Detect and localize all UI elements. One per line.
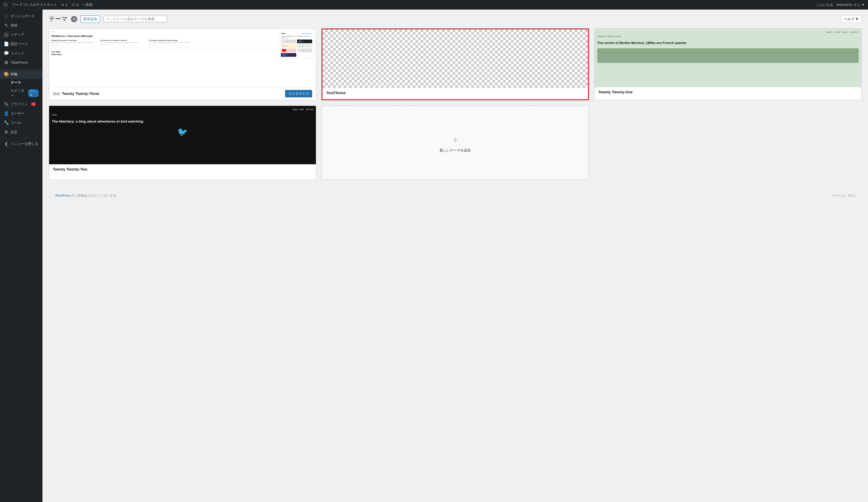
admin-bar-right: こんにちは、testuser01 さん ▼ — [816, 2, 865, 7]
collapse-icon: ❮ — [4, 141, 9, 146]
tt1-theme-name: Twenty Twenty-One — [598, 90, 633, 94]
sidebar-subitem-editor[interactable]: エディター ベータ — [0, 87, 42, 100]
settings-icon: ⚙ — [4, 129, 9, 135]
testtheme-name: TestTheme — [326, 91, 345, 95]
tt2-theme-name: Twenty Twenty-Two — [53, 167, 87, 171]
theme-card-tt1[interactable]: ABOUTWORKBLOGCONTACT TWENTY TWENTY-ONE T… — [594, 28, 862, 100]
tt1-preview: ABOUTWORKBLOGCONTACT TWENTY TWENTY-ONE T… — [595, 29, 861, 87]
sidebar-item-settings[interactable]: ⚙ 設定 — [0, 127, 42, 137]
sidebar-item-media[interactable]: 🎥 メディア — [0, 30, 42, 39]
theme-card-add-new[interactable]: ＋ 新しいテーマを追加 — [321, 106, 589, 180]
pages-icon: 📄 — [4, 41, 9, 46]
testtheme-info: TestTheme — [322, 88, 588, 98]
admin-bar-left: ☉ ワードプレスのテストサイト ↻ 1 🗨 0 + 新規 — [3, 2, 812, 8]
version-text: バージョン 6.1.1 — [831, 194, 855, 198]
media-icon: 🎥 — [4, 32, 9, 37]
themes-grid: TT3 About Books All Posts Mindblown: a b… — [49, 28, 862, 180]
user-greeting[interactable]: こんにちは、testuser01 さん ▼ — [816, 2, 865, 7]
testtheme-preview — [322, 30, 588, 88]
footer: WordPress のご利用ありがとうございます。 バージョン 6.1.1 — [49, 190, 862, 201]
comments-icon: 🗨 — [72, 3, 75, 7]
tt3-preview: TT3 About Books All Posts Mindblown: a b… — [49, 29, 316, 87]
appearance-icon: 🎨 — [4, 72, 9, 77]
theme-card-tt3[interactable]: TT3 About Books All Posts Mindblown: a b… — [49, 28, 316, 100]
theme-count-badge: 4 — [71, 16, 77, 22]
footer-text: のご利用ありがとうございます。 — [72, 194, 120, 197]
add-new-icon: ＋ — [451, 133, 460, 146]
comments-item[interactable]: 🗨 0 — [72, 3, 78, 7]
sidebar: ⌂ ダッシュボード ✎ 投稿 🎥 メディア 📄 固定ページ 💬 コメント ⊠ T… — [0, 10, 42, 502]
tt1-theme-info: Twenty Twenty-One — [595, 87, 861, 97]
sidebar-item-tablepress[interactable]: ⊠ TablePress — [0, 58, 42, 67]
comments-nav-icon: 💬 — [4, 51, 9, 56]
footer-thanks: WordPress のご利用ありがとうございます。 — [55, 194, 120, 198]
site-name[interactable]: ワードプレスのテストサイト — [12, 2, 57, 7]
sidebar-item-collapse[interactable]: ❮ メニューを閉じる — [0, 139, 42, 148]
page-title: テーマ — [49, 15, 68, 23]
header-right: ヘルプ ▼ — [841, 15, 862, 23]
admin-bar: ☉ ワードプレスのテストサイト ↻ 1 🗨 0 + 新規 こんにちは、testu… — [0, 0, 868, 10]
sidebar-item-dashboard[interactable]: ⌂ ダッシュボード — [0, 12, 42, 21]
editor-beta-badge: ベータ — [28, 89, 39, 97]
theme-card-testtheme[interactable]: TestTheme — [321, 28, 589, 100]
sidebar-item-posts[interactable]: ✎ 投稿 — [0, 21, 42, 30]
sidebar-item-users[interactable]: 👤 ユーザー — [0, 109, 42, 118]
tt3-theme-info: 有効: Twenty Twenty-Three カスタマイズ — [49, 87, 316, 100]
tablepress-icon: ⊠ — [4, 60, 9, 65]
tt3-theme-name-container: 有効: Twenty Twenty-Three — [53, 91, 99, 96]
sidebar-item-pages[interactable]: 📄 固定ページ — [0, 39, 42, 49]
plugins-badge: 1 — [31, 102, 36, 106]
tt2-theme-info: Twenty Twenty-Two — [49, 164, 316, 174]
dashboard-icon: ⌂ — [4, 14, 9, 19]
tools-icon: 🔧 — [4, 120, 9, 125]
tt2-preview: AboutBirdsAll Posts ∞∞ The Hatchery: a b… — [49, 106, 316, 164]
sidebar-item-comments[interactable]: 💬 コメント — [0, 49, 42, 58]
posts-icon: ✎ — [4, 23, 9, 28]
sidebar-divider-2 — [0, 138, 42, 138]
theme-card-tt2[interactable]: AboutBirdsAll Posts ∞∞ The Hatchery: a b… — [49, 106, 316, 180]
users-icon: 👤 — [4, 111, 9, 116]
customize-button[interactable]: カスタマイズ — [285, 90, 312, 97]
updates-icon: ↻ — [61, 3, 64, 7]
sidebar-divider — [0, 68, 42, 69]
updates-item[interactable]: ↻ 1 — [61, 3, 68, 7]
sidebar-item-plugins[interactable]: 🔌 プラグイン 1 — [0, 100, 42, 109]
tt3-theme-name: Twenty Twenty-Three — [62, 92, 99, 96]
new-content-item[interactable]: + 新規 — [83, 2, 92, 7]
sidebar-item-appearance[interactable]: 🎨 外観 — [0, 70, 42, 79]
plugins-icon: 🔌 — [4, 102, 9, 107]
main-layout: ⌂ ダッシュボード ✎ 投稿 🎥 メディア 📄 固定ページ 💬 コメント ⊠ T… — [0, 10, 868, 502]
add-new-button[interactable]: 新規追加 — [81, 15, 100, 23]
sidebar-subitem-themes[interactable]: テーマ — [0, 79, 42, 87]
wp-logo-icon[interactable]: ☉ — [3, 2, 8, 8]
page-header: テーマ 4 新規追加 ヘルプ ▼ — [49, 15, 862, 23]
search-input[interactable] — [103, 15, 167, 22]
add-new-label: 新しいテーマを追加 — [440, 148, 471, 153]
wordpress-link[interactable]: WordPress — [55, 194, 71, 197]
sidebar-item-tools[interactable]: 🔧 ツール — [0, 118, 42, 127]
main-content: テーマ 4 新規追加 ヘルプ ▼ TT3 About Books — [42, 10, 868, 502]
testtheme-checkerboard — [322, 30, 588, 88]
help-button[interactable]: ヘルプ ▼ — [841, 15, 862, 23]
